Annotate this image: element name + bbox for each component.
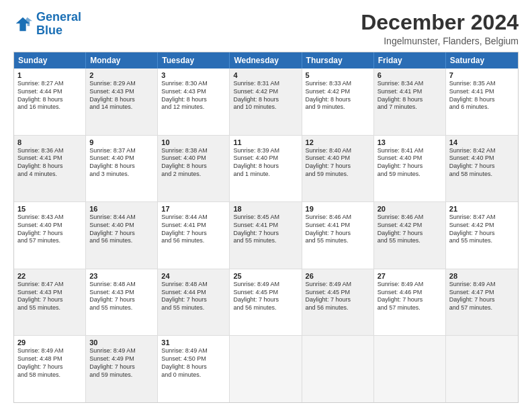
title-block: December 2024 Ingelmunster, Flanders, Be… [361,11,519,46]
cell-info: Sunrise: 8:33 AM Sunset: 4:42 PM Dayligh… [306,80,370,111]
cell-3-2: 16Sunrise: 8:44 AM Sunset: 4:40 PM Dayli… [86,202,158,269]
day-number: 18 [233,205,298,213]
cell-4-7: 28Sunrise: 8:49 AM Sunset: 4:47 PM Dayli… [446,269,518,336]
cell-5-6 [374,336,446,402]
logo: General Blue [13,11,81,38]
cell-2-3: 10Sunrise: 8:38 AM Sunset: 4:40 PM Dayli… [158,136,230,202]
cell-1-4: 4Sunrise: 8:31 AM Sunset: 4:42 PM Daylig… [230,68,302,135]
cell-3-3: 17Sunrise: 8:44 AM Sunset: 4:41 PM Dayli… [158,202,230,269]
cell-info: Sunrise: 8:49 AM Sunset: 4:47 PM Dayligh… [449,281,515,312]
day-number: 20 [378,205,442,213]
day-number: 15 [17,205,82,213]
day-number: 6 [378,71,442,79]
day-number: 13 [378,138,442,146]
cell-3-4: 18Sunrise: 8:45 AM Sunset: 4:41 PM Dayli… [230,202,302,269]
day-number: 22 [17,272,82,280]
cell-4-6: 27Sunrise: 8:49 AM Sunset: 4:46 PM Dayli… [374,269,446,336]
day-number: 12 [306,138,370,146]
cell-2-2: 9Sunrise: 8:37 AM Sunset: 4:40 PM Daylig… [86,136,158,202]
cell-info: Sunrise: 8:49 AM Sunset: 4:48 PM Dayligh… [17,347,82,379]
cell-5-7 [446,336,518,402]
day-number: 2 [89,71,154,79]
day-number: 25 [233,272,298,280]
cell-info: Sunrise: 8:47 AM Sunset: 4:42 PM Dayligh… [449,214,515,245]
cell-info: Sunrise: 8:39 AM Sunset: 4:40 PM Dayligh… [233,147,298,179]
cell-3-6: 20Sunrise: 8:46 AM Sunset: 4:42 PM Dayli… [374,202,446,269]
cell-1-6: 6Sunrise: 8:34 AM Sunset: 4:41 PM Daylig… [374,68,446,135]
day-number: 21 [449,205,515,213]
week-1: 1Sunrise: 8:27 AM Sunset: 4:44 PM Daylig… [14,68,518,135]
cell-info: Sunrise: 8:34 AM Sunset: 4:41 PM Dayligh… [378,80,442,111]
cell-info: Sunrise: 8:47 AM Sunset: 4:43 PM Dayligh… [17,281,82,312]
col-thursday: Thursday [302,52,374,68]
week-4: 22Sunrise: 8:47 AM Sunset: 4:43 PM Dayli… [14,269,518,336]
cell-info: Sunrise: 8:49 AM Sunset: 4:49 PM Dayligh… [89,347,154,379]
day-number: 7 [449,71,515,79]
cell-3-7: 21Sunrise: 8:47 AM Sunset: 4:42 PM Dayli… [446,202,518,269]
cell-info: Sunrise: 8:48 AM Sunset: 4:44 PM Dayligh… [161,281,226,312]
cell-2-5: 12Sunrise: 8:40 AM Sunset: 4:40 PM Dayli… [302,136,374,202]
col-friday: Friday [374,52,446,68]
col-sunday: Sunday [14,52,86,68]
logo-line2: Blue [36,24,62,37]
logo-icon [13,15,32,34]
day-number: 17 [161,205,226,213]
header: General Blue December 2024 Ingelmunster,… [13,11,519,46]
col-wednesday: Wednesday [230,52,302,68]
subtitle: Ingelmunster, Flanders, Belgium [361,36,519,46]
cell-info: Sunrise: 8:30 AM Sunset: 4:43 PM Dayligh… [161,80,226,111]
cell-info: Sunrise: 8:43 AM Sunset: 4:40 PM Dayligh… [17,214,82,245]
cell-info: Sunrise: 8:27 AM Sunset: 4:44 PM Dayligh… [17,80,82,111]
cell-4-2: 23Sunrise: 8:48 AM Sunset: 4:43 PM Dayli… [86,269,158,336]
cell-info: Sunrise: 8:44 AM Sunset: 4:41 PM Dayligh… [161,214,226,245]
cell-4-5: 26Sunrise: 8:49 AM Sunset: 4:45 PM Dayli… [302,269,374,336]
cell-info: Sunrise: 8:40 AM Sunset: 4:40 PM Dayligh… [306,147,370,179]
day-number: 5 [306,71,370,79]
day-number: 1 [17,71,82,79]
day-number: 29 [17,338,82,347]
col-saturday: Saturday [446,52,518,68]
cell-5-2: 30Sunrise: 8:49 AM Sunset: 4:49 PM Dayli… [86,336,158,402]
cell-4-1: 22Sunrise: 8:47 AM Sunset: 4:43 PM Dayli… [14,269,86,336]
cell-5-4 [230,336,302,402]
cell-info: Sunrise: 8:36 AM Sunset: 4:41 PM Dayligh… [17,147,82,179]
day-number: 11 [233,138,298,146]
cell-info: Sunrise: 8:46 AM Sunset: 4:42 PM Dayligh… [378,214,442,245]
cell-5-5 [302,336,374,402]
day-number: 4 [233,71,298,79]
week-5: 29Sunrise: 8:49 AM Sunset: 4:48 PM Dayli… [14,335,518,402]
cell-info: Sunrise: 8:49 AM Sunset: 4:45 PM Dayligh… [306,281,370,312]
cell-2-4: 11Sunrise: 8:39 AM Sunset: 4:40 PM Dayli… [230,136,302,202]
cell-info: Sunrise: 8:38 AM Sunset: 4:40 PM Dayligh… [161,147,226,179]
cell-info: Sunrise: 8:46 AM Sunset: 4:41 PM Dayligh… [306,214,370,245]
day-number: 8 [17,138,82,146]
day-number: 28 [449,272,515,280]
cell-info: Sunrise: 8:35 AM Sunset: 4:41 PM Dayligh… [449,80,515,111]
cell-info: Sunrise: 8:42 AM Sunset: 4:40 PM Dayligh… [449,147,515,179]
cell-1-1: 1Sunrise: 8:27 AM Sunset: 4:44 PM Daylig… [14,68,86,135]
calendar-body: 1Sunrise: 8:27 AM Sunset: 4:44 PM Daylig… [14,68,518,402]
day-number: 26 [306,272,370,280]
cell-5-3: 31Sunrise: 8:49 AM Sunset: 4:50 PM Dayli… [158,336,230,402]
week-3: 15Sunrise: 8:43 AM Sunset: 4:40 PM Dayli… [14,201,518,269]
cell-3-1: 15Sunrise: 8:43 AM Sunset: 4:40 PM Dayli… [14,202,86,269]
cell-info: Sunrise: 8:31 AM Sunset: 4:42 PM Dayligh… [233,80,298,111]
calendar: Sunday Monday Tuesday Wednesday Thursday… [13,52,519,403]
cell-1-5: 5Sunrise: 8:33 AM Sunset: 4:42 PM Daylig… [302,68,374,135]
day-number: 3 [161,71,226,79]
main-title: December 2024 [361,11,519,34]
day-number: 14 [449,138,515,146]
cell-info: Sunrise: 8:37 AM Sunset: 4:40 PM Dayligh… [89,147,154,179]
cell-5-1: 29Sunrise: 8:49 AM Sunset: 4:48 PM Dayli… [14,336,86,402]
cell-info: Sunrise: 8:44 AM Sunset: 4:40 PM Dayligh… [89,214,154,245]
cell-info: Sunrise: 8:45 AM Sunset: 4:41 PM Dayligh… [233,214,298,245]
cell-1-2: 2Sunrise: 8:29 AM Sunset: 4:43 PM Daylig… [86,68,158,135]
cell-4-4: 25Sunrise: 8:49 AM Sunset: 4:45 PM Dayli… [230,269,302,336]
page: General Blue December 2024 Ingelmunster,… [0,0,532,411]
cell-info: Sunrise: 8:49 AM Sunset: 4:46 PM Dayligh… [378,281,442,312]
cell-1-3: 3Sunrise: 8:30 AM Sunset: 4:43 PM Daylig… [158,68,230,135]
logo-text: General Blue [36,11,81,38]
day-number: 31 [161,338,226,347]
logo-line1: General [36,10,81,24]
day-number: 19 [306,205,370,213]
